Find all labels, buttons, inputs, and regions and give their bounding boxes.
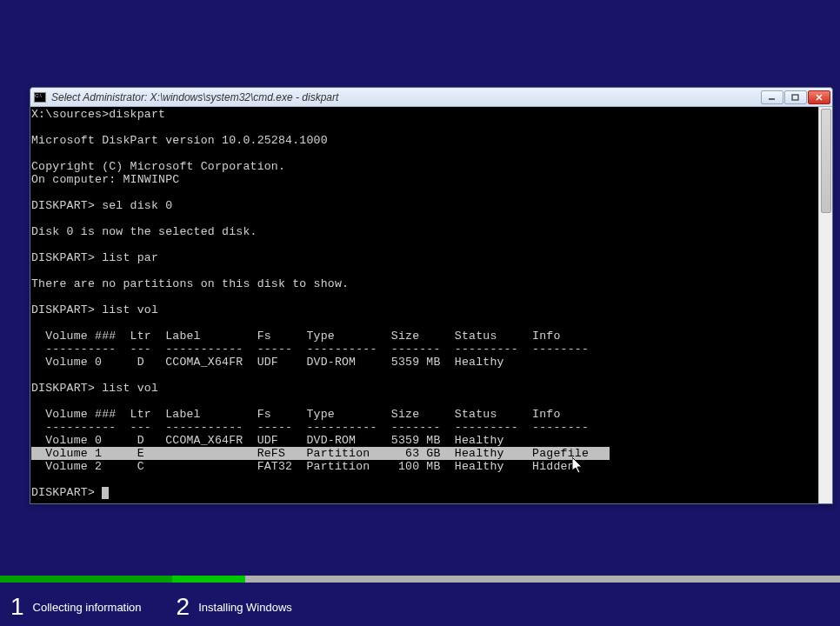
window-titlebar[interactable]: Select Administrator: X:\windows\system3… — [30, 88, 832, 107]
console-line: DISKPART> list vol — [31, 303, 158, 316]
console-line: Volume ### Ltr Label Fs Type Size Status… — [31, 408, 561, 421]
console-line: Disk 0 is now the selected disk. — [31, 225, 257, 238]
text-cursor — [102, 487, 109, 499]
console-line: DISKPART> list par — [31, 251, 158, 264]
close-button[interactable] — [808, 90, 830, 104]
console-line: Copyright (C) Microsoft Corporation. — [31, 160, 285, 173]
step-number: 1 — [10, 595, 24, 619]
console-line: Volume 0 D CCOMA_X64FR UDF DVD-ROM 5359 … — [31, 356, 504, 369]
vertical-scrollbar[interactable] — [818, 107, 832, 503]
console-line: ---------- --- ----------- ----- -------… — [31, 343, 589, 356]
console-line: Volume ### Ltr Label Fs Type Size Status… — [31, 330, 561, 343]
window-title: Select Administrator: X:\windows\system3… — [51, 91, 761, 103]
console-line: DISKPART> list vol — [31, 382, 158, 395]
console-line: DISKPART> sel disk 0 — [31, 199, 172, 212]
window-controls — [761, 90, 830, 104]
console-line-selected: Volume 1 E ReFS Partition 63 GB Healthy … — [31, 447, 610, 460]
console-line: Volume 2 C FAT32 Partition 100 MB Health… — [31, 460, 575, 473]
console-line: Microsoft DiskPart version 10.0.25284.10… — [31, 134, 328, 147]
console-line: There are no partitions on this disk to … — [31, 277, 349, 290]
svg-rect-1 — [792, 95, 798, 100]
cmd-icon — [34, 92, 46, 103]
scroll-thumb[interactable] — [821, 109, 831, 213]
install-progress-bar — [0, 576, 840, 583]
console-line: X:\sources>diskpart — [31, 108, 165, 121]
maximize-button[interactable] — [784, 90, 807, 104]
console-prompt: DISKPART> — [31, 486, 102, 499]
step-label: Installing Windows — [198, 601, 292, 614]
console-line: On computer: MINWINPC — [31, 173, 179, 186]
step-1: 1 Collecting information — [10, 595, 142, 619]
cmd-window: Select Administrator: X:\windows\system3… — [30, 87, 833, 504]
console-line: Volume 0 D CCOMA_X64FR UDF DVD-ROM 5359 … — [31, 434, 504, 447]
step-2: 2 Installing Windows — [177, 595, 292, 619]
step-number: 2 — [177, 595, 190, 619]
progress-segment-1 — [0, 576, 172, 583]
console-area[interactable]: X:\sources>diskpart Microsoft DiskPart v… — [30, 107, 832, 503]
install-steps: 1 Collecting information 2 Installing Wi… — [10, 595, 292, 619]
minimize-button[interactable] — [761, 90, 783, 104]
step-label: Collecting information — [33, 601, 142, 614]
progress-segment-2 — [172, 576, 245, 583]
console-line: ---------- --- ----------- ----- -------… — [31, 421, 589, 434]
